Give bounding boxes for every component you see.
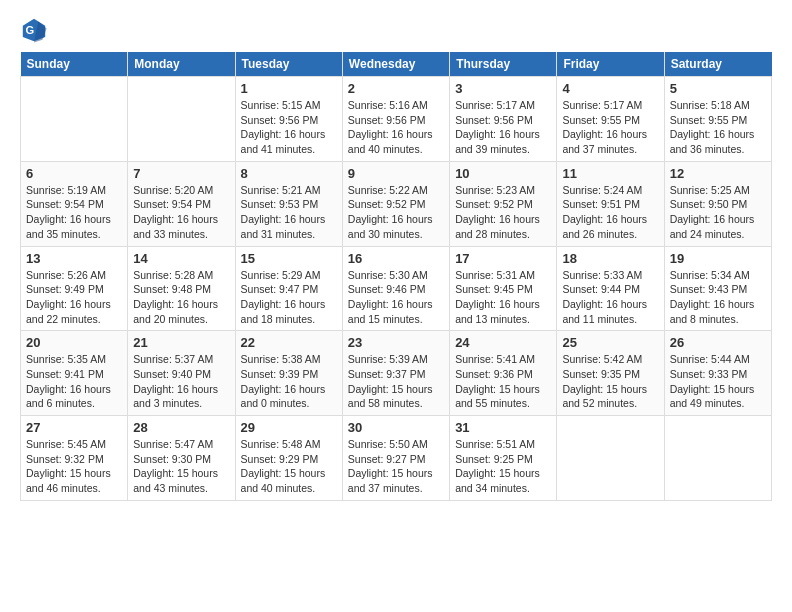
day-details: Sunrise: 5:34 AMSunset: 9:43 PMDaylight:… — [670, 268, 766, 327]
day-details: Sunrise: 5:33 AMSunset: 9:44 PMDaylight:… — [562, 268, 658, 327]
day-number: 26 — [670, 335, 766, 350]
day-number: 13 — [26, 251, 122, 266]
day-details: Sunrise: 5:17 AMSunset: 9:55 PMDaylight:… — [562, 98, 658, 157]
calendar-row: 20Sunrise: 5:35 AMSunset: 9:41 PMDayligh… — [21, 331, 772, 416]
day-details: Sunrise: 5:31 AMSunset: 9:45 PMDaylight:… — [455, 268, 551, 327]
table-row: 22Sunrise: 5:38 AMSunset: 9:39 PMDayligh… — [235, 331, 342, 416]
table-row: 19Sunrise: 5:34 AMSunset: 9:43 PMDayligh… — [664, 246, 771, 331]
table-row: 30Sunrise: 5:50 AMSunset: 9:27 PMDayligh… — [342, 416, 449, 501]
table-row: 20Sunrise: 5:35 AMSunset: 9:41 PMDayligh… — [21, 331, 128, 416]
day-number: 3 — [455, 81, 551, 96]
day-details: Sunrise: 5:15 AMSunset: 9:56 PMDaylight:… — [241, 98, 337, 157]
table-row: 1Sunrise: 5:15 AMSunset: 9:56 PMDaylight… — [235, 77, 342, 162]
day-details: Sunrise: 5:42 AMSunset: 9:35 PMDaylight:… — [562, 352, 658, 411]
day-number: 10 — [455, 166, 551, 181]
table-row: 4Sunrise: 5:17 AMSunset: 9:55 PMDaylight… — [557, 77, 664, 162]
table-row: 26Sunrise: 5:44 AMSunset: 9:33 PMDayligh… — [664, 331, 771, 416]
day-number: 17 — [455, 251, 551, 266]
table-row: 6Sunrise: 5:19 AMSunset: 9:54 PMDaylight… — [21, 161, 128, 246]
col-saturday: Saturday — [664, 52, 771, 77]
day-number: 11 — [562, 166, 658, 181]
day-details: Sunrise: 5:22 AMSunset: 9:52 PMDaylight:… — [348, 183, 444, 242]
table-row: 27Sunrise: 5:45 AMSunset: 9:32 PMDayligh… — [21, 416, 128, 501]
day-number: 29 — [241, 420, 337, 435]
svg-text:G: G — [26, 24, 35, 36]
day-number: 20 — [26, 335, 122, 350]
day-details: Sunrise: 5:21 AMSunset: 9:53 PMDaylight:… — [241, 183, 337, 242]
day-number: 7 — [133, 166, 229, 181]
table-row: 28Sunrise: 5:47 AMSunset: 9:30 PMDayligh… — [128, 416, 235, 501]
day-number: 9 — [348, 166, 444, 181]
col-wednesday: Wednesday — [342, 52, 449, 77]
table-row: 5Sunrise: 5:18 AMSunset: 9:55 PMDaylight… — [664, 77, 771, 162]
day-number: 24 — [455, 335, 551, 350]
day-details: Sunrise: 5:50 AMSunset: 9:27 PMDaylight:… — [348, 437, 444, 496]
table-row: 23Sunrise: 5:39 AMSunset: 9:37 PMDayligh… — [342, 331, 449, 416]
day-number: 4 — [562, 81, 658, 96]
day-number: 22 — [241, 335, 337, 350]
day-number: 21 — [133, 335, 229, 350]
calendar-row: 1Sunrise: 5:15 AMSunset: 9:56 PMDaylight… — [21, 77, 772, 162]
calendar-row: 13Sunrise: 5:26 AMSunset: 9:49 PMDayligh… — [21, 246, 772, 331]
calendar-row: 27Sunrise: 5:45 AMSunset: 9:32 PMDayligh… — [21, 416, 772, 501]
table-row: 8Sunrise: 5:21 AMSunset: 9:53 PMDaylight… — [235, 161, 342, 246]
table-row: 21Sunrise: 5:37 AMSunset: 9:40 PMDayligh… — [128, 331, 235, 416]
table-row: 25Sunrise: 5:42 AMSunset: 9:35 PMDayligh… — [557, 331, 664, 416]
table-row: 17Sunrise: 5:31 AMSunset: 9:45 PMDayligh… — [450, 246, 557, 331]
table-row — [557, 416, 664, 501]
day-details: Sunrise: 5:24 AMSunset: 9:51 PMDaylight:… — [562, 183, 658, 242]
day-number: 14 — [133, 251, 229, 266]
page-header: G — [20, 16, 772, 44]
header-row: Sunday Monday Tuesday Wednesday Thursday… — [21, 52, 772, 77]
day-details: Sunrise: 5:16 AMSunset: 9:56 PMDaylight:… — [348, 98, 444, 157]
day-details: Sunrise: 5:23 AMSunset: 9:52 PMDaylight:… — [455, 183, 551, 242]
day-number: 27 — [26, 420, 122, 435]
day-details: Sunrise: 5:35 AMSunset: 9:41 PMDaylight:… — [26, 352, 122, 411]
day-details: Sunrise: 5:41 AMSunset: 9:36 PMDaylight:… — [455, 352, 551, 411]
day-number: 12 — [670, 166, 766, 181]
col-tuesday: Tuesday — [235, 52, 342, 77]
day-details: Sunrise: 5:47 AMSunset: 9:30 PMDaylight:… — [133, 437, 229, 496]
day-details: Sunrise: 5:20 AMSunset: 9:54 PMDaylight:… — [133, 183, 229, 242]
day-details: Sunrise: 5:19 AMSunset: 9:54 PMDaylight:… — [26, 183, 122, 242]
day-number: 25 — [562, 335, 658, 350]
day-details: Sunrise: 5:45 AMSunset: 9:32 PMDaylight:… — [26, 437, 122, 496]
day-details: Sunrise: 5:38 AMSunset: 9:39 PMDaylight:… — [241, 352, 337, 411]
table-row: 2Sunrise: 5:16 AMSunset: 9:56 PMDaylight… — [342, 77, 449, 162]
day-details: Sunrise: 5:18 AMSunset: 9:55 PMDaylight:… — [670, 98, 766, 157]
day-number: 5 — [670, 81, 766, 96]
day-details: Sunrise: 5:51 AMSunset: 9:25 PMDaylight:… — [455, 437, 551, 496]
calendar-header: Sunday Monday Tuesday Wednesday Thursday… — [21, 52, 772, 77]
col-thursday: Thursday — [450, 52, 557, 77]
day-number: 30 — [348, 420, 444, 435]
day-number: 28 — [133, 420, 229, 435]
day-number: 19 — [670, 251, 766, 266]
day-details: Sunrise: 5:26 AMSunset: 9:49 PMDaylight:… — [26, 268, 122, 327]
day-details: Sunrise: 5:30 AMSunset: 9:46 PMDaylight:… — [348, 268, 444, 327]
table-row: 24Sunrise: 5:41 AMSunset: 9:36 PMDayligh… — [450, 331, 557, 416]
day-details: Sunrise: 5:37 AMSunset: 9:40 PMDaylight:… — [133, 352, 229, 411]
calendar-table: Sunday Monday Tuesday Wednesday Thursday… — [20, 52, 772, 501]
table-row: 11Sunrise: 5:24 AMSunset: 9:51 PMDayligh… — [557, 161, 664, 246]
day-number: 23 — [348, 335, 444, 350]
table-row: 12Sunrise: 5:25 AMSunset: 9:50 PMDayligh… — [664, 161, 771, 246]
table-row: 15Sunrise: 5:29 AMSunset: 9:47 PMDayligh… — [235, 246, 342, 331]
logo: G — [20, 16, 50, 44]
day-number: 15 — [241, 251, 337, 266]
table-row: 29Sunrise: 5:48 AMSunset: 9:29 PMDayligh… — [235, 416, 342, 501]
table-row: 3Sunrise: 5:17 AMSunset: 9:56 PMDaylight… — [450, 77, 557, 162]
day-number: 6 — [26, 166, 122, 181]
table-row — [664, 416, 771, 501]
day-number: 16 — [348, 251, 444, 266]
table-row: 7Sunrise: 5:20 AMSunset: 9:54 PMDaylight… — [128, 161, 235, 246]
day-number: 1 — [241, 81, 337, 96]
table-row: 10Sunrise: 5:23 AMSunset: 9:52 PMDayligh… — [450, 161, 557, 246]
day-number: 8 — [241, 166, 337, 181]
day-details: Sunrise: 5:28 AMSunset: 9:48 PMDaylight:… — [133, 268, 229, 327]
day-number: 18 — [562, 251, 658, 266]
logo-icon: G — [20, 16, 48, 44]
day-number: 2 — [348, 81, 444, 96]
table-row: 16Sunrise: 5:30 AMSunset: 9:46 PMDayligh… — [342, 246, 449, 331]
table-row: 9Sunrise: 5:22 AMSunset: 9:52 PMDaylight… — [342, 161, 449, 246]
calendar-row: 6Sunrise: 5:19 AMSunset: 9:54 PMDaylight… — [21, 161, 772, 246]
